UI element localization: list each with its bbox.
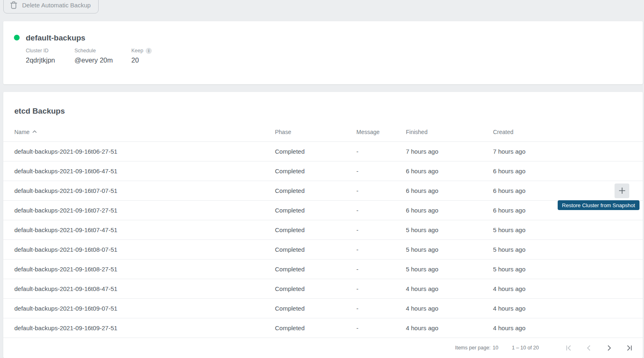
cell-phase: Completed [275, 187, 356, 194]
table-row[interactable]: default-backups-2021-09-16t07-47-51 Comp… [3, 220, 643, 240]
cell-finished: 7 hours ago [406, 148, 493, 155]
table-header-row: Name Phase Message Finished Created [3, 122, 643, 142]
cell-name: default-backups-2021-09-16t09-07-51 [14, 305, 275, 312]
cell-message: - [356, 305, 406, 312]
cell-name: default-backups-2021-09-16t08-47-51 [14, 285, 275, 292]
previous-page-icon[interactable] [581, 340, 597, 356]
restore-cluster-tooltip: Restore Cluster from Snapshot [558, 200, 639, 210]
cell-message: - [356, 187, 406, 194]
items-per-page-value: 10 [493, 345, 498, 351]
table-row[interactable]: default-backups-2021-09-16t08-07-51 Comp… [3, 240, 643, 260]
cell-finished: 6 hours ago [406, 168, 493, 175]
etcd-backups-page: { "toolbar": { "delete_button_label": "D… [0, 0, 644, 358]
field-label: Keep i [131, 47, 152, 54]
cell-name: default-backups-2021-09-16t07-47-51 [14, 226, 275, 233]
table-title: etcd Backups [14, 106, 643, 116]
cell-created: 6 hours ago [493, 168, 643, 175]
cell-finished: 4 hours ago [406, 305, 493, 312]
cell-created: 7 hours ago [493, 148, 643, 155]
cell-finished: 5 hours ago [406, 246, 493, 253]
items-per-page-select[interactable]: Items per page: 10 [455, 345, 498, 351]
cell-finished: 6 hours ago [406, 187, 493, 194]
column-header-name[interactable]: Name [14, 129, 275, 135]
field-label-text: Keep [131, 48, 143, 54]
etcd-backups-card: etcd Backups Name Phase Message Finished… [3, 92, 643, 358]
cell-created: 6 hours ago [493, 187, 601, 194]
cell-message: - [356, 226, 406, 233]
cell-created: 5 hours ago [493, 266, 643, 273]
table-row[interactable]: default-backups-2021-09-16t06-27-51 Comp… [3, 142, 643, 161]
field-value: @every 20m [74, 56, 131, 64]
cell-name: default-backups-2021-09-16t07-27-51 [14, 207, 275, 214]
paginator: Items per page: 10 1 – 10 of 20 [3, 338, 643, 358]
cell-name: default-backups-2021-09-16t06-47-51 [14, 168, 275, 175]
cell-message: - [356, 285, 406, 292]
table-row-hovered[interactable]: default-backups-2021-09-16t07-07-51 Comp… [3, 181, 643, 201]
field-label: Schedule [74, 47, 131, 54]
cell-message: - [356, 148, 406, 155]
field-schedule: Schedule @every 20m [74, 47, 131, 64]
table-row[interactable]: default-backups-2021-09-16t06-47-51 Comp… [3, 161, 643, 181]
field-value: 2qdrjtkjpn [26, 56, 74, 64]
table-row[interactable]: default-backups-2021-09-16t07-27-51 Comp… [3, 201, 643, 220]
cell-phase: Completed [275, 207, 356, 214]
cell-created: 4 hours ago [493, 324, 643, 331]
first-page-icon[interactable] [561, 340, 577, 356]
status-dot-icon [14, 35, 20, 40]
cell-phase: Completed [275, 324, 356, 331]
restore-cluster-button[interactable] [615, 183, 629, 198]
delete-button-label: Delete Automatic Backup [22, 2, 91, 9]
column-header-created[interactable]: Created [493, 129, 643, 135]
cell-name: default-backups-2021-09-16t09-27-51 [14, 324, 275, 331]
cell-actions [601, 183, 643, 198]
cell-phase: Completed [275, 305, 356, 312]
plus-icon [619, 187, 626, 194]
delete-automatic-backup-button[interactable]: Delete Automatic Backup [3, 0, 99, 13]
cell-finished: 4 hours ago [406, 324, 493, 331]
cell-name: default-backups-2021-09-16t08-27-51 [14, 266, 275, 273]
info-icon[interactable]: i [146, 48, 152, 54]
cell-phase: Completed [275, 168, 356, 175]
cell-finished: 5 hours ago [406, 226, 493, 233]
next-page-icon[interactable] [601, 340, 617, 356]
sort-asc-icon [32, 130, 37, 133]
cell-message: - [356, 266, 406, 273]
field-keep: Keep i 20 [131, 47, 152, 64]
table-row[interactable]: default-backups-2021-09-16t08-47-51 Comp… [3, 279, 643, 299]
field-value: 20 [131, 56, 152, 64]
backup-config-fields: Cluster ID 2qdrjtkjpn Schedule @every 20… [26, 47, 152, 64]
backup-config-card: default-backups Cluster ID 2qdrjtkjpn Sc… [3, 21, 643, 84]
cell-finished: 6 hours ago [406, 207, 493, 214]
field-label: Cluster ID [26, 47, 74, 54]
backup-config-name: default-backups [26, 33, 86, 43]
cell-phase: Completed [275, 266, 356, 273]
last-page-icon[interactable] [621, 340, 637, 356]
column-header-message[interactable]: Message [356, 129, 406, 135]
cell-message: - [356, 168, 406, 175]
cell-message: - [356, 246, 406, 253]
cell-finished: 5 hours ago [406, 266, 493, 273]
table-row[interactable]: default-backups-2021-09-16t08-27-51 Comp… [3, 260, 643, 279]
cell-name: default-backups-2021-09-16t08-07-51 [14, 246, 275, 253]
column-header-phase[interactable]: Phase [275, 129, 356, 135]
cell-created: 5 hours ago [493, 246, 643, 253]
cell-created: 4 hours ago [493, 285, 643, 292]
cell-phase: Completed [275, 285, 356, 292]
paginator-range-label: 1 – 10 of 20 [512, 345, 539, 351]
cell-name: default-backups-2021-09-16t07-07-51 [14, 187, 275, 194]
cell-message: - [356, 207, 406, 214]
cell-phase: Completed [275, 246, 356, 253]
column-header-finished[interactable]: Finished [406, 129, 493, 135]
field-cluster-id: Cluster ID 2qdrjtkjpn [26, 47, 74, 64]
column-header-name-label: Name [14, 129, 29, 135]
trash-icon [10, 1, 17, 9]
cell-phase: Completed [275, 226, 356, 233]
cell-phase: Completed [275, 148, 356, 155]
cell-created: 4 hours ago [493, 305, 643, 312]
table-row[interactable]: default-backups-2021-09-16t09-07-51 Comp… [3, 299, 643, 318]
table-row[interactable]: default-backups-2021-09-16t09-27-51 Comp… [3, 318, 643, 338]
cell-created: 5 hours ago [493, 226, 643, 233]
cell-message: - [356, 324, 406, 331]
items-per-page-label: Items per page: [455, 345, 491, 351]
cell-finished: 4 hours ago [406, 285, 493, 292]
